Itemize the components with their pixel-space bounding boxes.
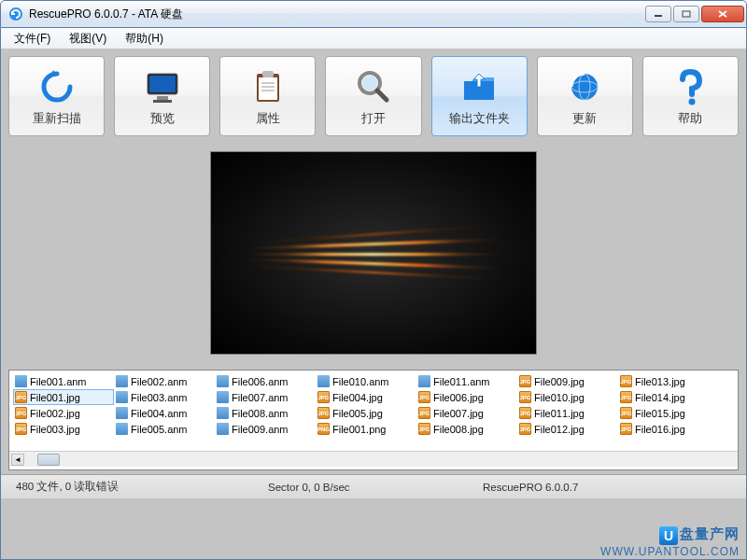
filelist[interactable]: File001.anmJPGFile001.jpgJPGFile002.jpgJ…	[9, 371, 738, 451]
maximize-button[interactable]	[673, 6, 699, 22]
file-item[interactable]: JPGFile014.jpg	[618, 389, 719, 405]
file-name: File008.anm	[232, 408, 289, 419]
file-item[interactable]: JPGFile010.jpg	[517, 389, 618, 405]
folder-up-icon	[458, 66, 500, 107]
client-area: 重新扫描 预览 属性 打开 输出文件夹 更新 帮助	[0, 49, 747, 560]
scroll-thumb[interactable]	[37, 454, 60, 466]
png-file-icon: PNG	[317, 423, 330, 435]
rescan-button[interactable]: 重新扫描	[8, 56, 105, 136]
svg-rect-10	[259, 77, 277, 100]
anm-file-icon	[116, 423, 128, 435]
close-button[interactable]	[701, 6, 744, 22]
file-name: File002.anm	[131, 376, 188, 387]
svg-point-21	[689, 98, 696, 105]
file-name: File009.jpg	[534, 376, 585, 387]
file-name: File006.anm	[232, 376, 289, 387]
file-item[interactable]: JPGFile006.jpg	[416, 389, 517, 405]
file-item[interactable]: JPGFile012.jpg	[517, 421, 618, 437]
file-item[interactable]: File010.anm	[316, 373, 416, 389]
open-button[interactable]: 打开	[325, 56, 421, 136]
file-name: File001.anm	[30, 376, 87, 387]
file-name: File010.anm	[332, 376, 389, 387]
preview-area	[8, 146, 739, 360]
file-item[interactable]: File003.anm	[114, 389, 215, 405]
question-icon	[669, 66, 711, 107]
file-item[interactable]: JPGFile003.jpg	[13, 421, 114, 437]
anm-file-icon	[116, 391, 128, 403]
file-item[interactable]: JPGFile002.jpg	[13, 405, 114, 421]
file-item[interactable]: File007.anm	[215, 389, 316, 405]
help-button[interactable]: 帮助	[642, 56, 739, 136]
svg-rect-7	[157, 96, 168, 100]
file-item[interactable]: File006.anm	[215, 373, 316, 389]
tool-label: 预览	[150, 111, 175, 127]
minimize-icon	[654, 10, 663, 18]
jpg-file-icon: JPG	[519, 391, 531, 403]
file-item[interactable]: File009.anm	[215, 421, 316, 437]
statusbar: 480 文件, 0 读取错误 Sector 0, 0 B/sec RescueP…	[1, 474, 746, 498]
file-item[interactable]: File004.anm	[114, 405, 215, 421]
svg-rect-2	[683, 11, 690, 17]
jpg-file-icon: JPG	[519, 423, 531, 435]
anm-file-icon	[217, 375, 229, 387]
jpg-file-icon: JPG	[15, 391, 27, 403]
tool-label: 帮助	[678, 111, 702, 127]
file-name: File001.png	[332, 424, 387, 435]
toolbar: 重新扫描 预览 属性 打开 输出文件夹 更新 帮助	[8, 56, 739, 136]
file-name: File015.jpg	[635, 408, 685, 419]
horizontal-scrollbar[interactable]: ◄	[9, 451, 738, 467]
tool-label: 属性	[256, 111, 280, 127]
tool-label: 重新扫描	[33, 111, 81, 127]
file-name: File007.jpg	[433, 408, 484, 419]
file-item[interactable]: JPGFile008.jpg	[416, 421, 517, 437]
anm-file-icon	[418, 375, 430, 387]
menubar: 文件(F) 视图(V) 帮助(H)	[0, 28, 747, 49]
file-name: File016.jpg	[635, 424, 685, 435]
preview-button[interactable]: 预览	[114, 56, 210, 136]
file-item[interactable]: JPGFile011.jpg	[517, 405, 618, 421]
anm-file-icon	[317, 375, 330, 387]
jpg-file-icon: JPG	[15, 423, 27, 435]
jpg-file-icon: JPG	[620, 407, 632, 419]
scroll-left-icon[interactable]: ◄	[11, 454, 24, 466]
anm-file-icon	[15, 375, 27, 387]
maximize-icon	[682, 10, 691, 18]
file-item[interactable]: JPGFile004.jpg	[316, 389, 416, 405]
file-name: File013.jpg	[635, 376, 685, 387]
menu-view[interactable]: 视图(V)	[60, 29, 116, 49]
file-item[interactable]: PNGFile001.png	[316, 421, 416, 437]
file-item[interactable]: JPGFile001.jpg	[13, 389, 114, 405]
file-name: File001.jpg	[30, 392, 80, 403]
menu-help[interactable]: 帮助(H)	[116, 29, 173, 49]
file-item[interactable]: File005.anm	[114, 421, 215, 437]
file-item[interactable]: File011.anm	[416, 373, 517, 389]
preview-image	[210, 151, 537, 355]
update-button[interactable]: 更新	[537, 56, 633, 136]
menu-file[interactable]: 文件(F)	[5, 29, 60, 49]
file-name: File005.jpg	[332, 408, 383, 419]
close-icon	[718, 10, 727, 18]
magnifier-icon	[353, 66, 394, 107]
file-item[interactable]: File001.anm	[13, 373, 114, 389]
anm-file-icon	[217, 423, 229, 435]
file-item[interactable]: File002.anm	[114, 373, 215, 389]
jpg-file-icon: JPG	[317, 407, 330, 419]
file-item[interactable]: JPGFile013.jpg	[618, 373, 719, 389]
file-item[interactable]: File008.anm	[215, 405, 316, 421]
tool-label: 打开	[361, 111, 386, 127]
svg-rect-8	[153, 100, 172, 103]
jpg-file-icon: JPG	[620, 391, 632, 403]
file-item[interactable]: JPGFile007.jpg	[416, 405, 517, 421]
file-item[interactable]: JPGFile015.jpg	[618, 405, 719, 421]
output-folder-button[interactable]: 输出文件夹	[431, 56, 528, 136]
minimize-button[interactable]	[645, 6, 671, 22]
anm-file-icon	[217, 391, 229, 403]
file-item[interactable]: JPGFile005.jpg	[316, 405, 416, 421]
file-name: File003.anm	[131, 392, 188, 403]
file-item[interactable]: JPGFile009.jpg	[517, 373, 618, 389]
properties-button[interactable]: 属性	[219, 56, 316, 136]
file-item[interactable]: JPGFile016.jpg	[618, 421, 719, 437]
refresh-arrow-icon	[36, 66, 78, 107]
tool-label: 更新	[572, 111, 597, 127]
jpg-file-icon: JPG	[418, 423, 430, 435]
